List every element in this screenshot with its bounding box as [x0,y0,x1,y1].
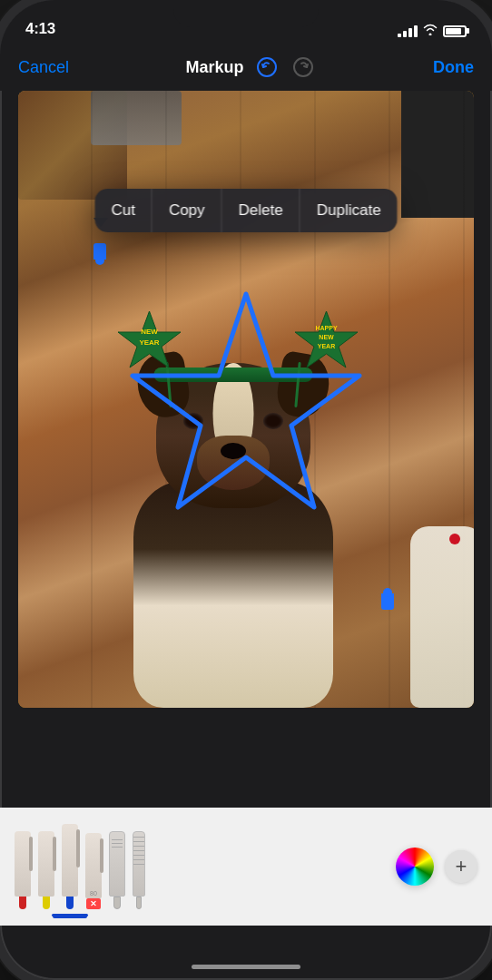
signal-bar-1 [398,34,401,37]
selection-handle-bottom[interactable] [381,593,394,610]
phone-frame: 4:13 Cancel Markup [0,0,492,980]
signal-bar-3 [408,28,412,37]
notch [173,0,319,27]
delete-menu-item[interactable]: Delete [222,189,300,232]
eraser-x-icon: ✕ [90,899,97,908]
signal-bars-icon [398,25,418,37]
eraser-tool[interactable]: 80 ✕ [85,833,102,909]
nav-title-area: Markup [186,54,317,81]
add-plus-icon: + [456,857,467,877]
measure-tool[interactable] [133,831,145,909]
toolbar: 80 ✕ [0,808,492,926]
signal-bar-2 [403,31,407,37]
nav-title: Markup [186,58,244,77]
cancel-button[interactable]: Cancel [18,58,69,77]
undo-button[interactable] [253,54,280,81]
done-button[interactable]: Done [433,58,474,77]
context-menu: Cut Copy Delete Duplicate [94,189,397,232]
svg-point-1 [294,58,312,76]
home-indicator [192,965,300,969]
toolbar-right: + [396,848,477,886]
duplicate-menu-item[interactable]: Duplicate [300,189,398,232]
image-container: NEW YEAR HAPPY NEW YEAR [18,91,474,708]
red-marker-tool[interactable] [15,831,31,909]
white-dog [410,526,474,708]
toolbar-tools: 80 ✕ [15,824,145,909]
blue-marker-tool[interactable] [62,824,78,909]
signal-bar-4 [414,25,418,37]
collar-dot [449,534,460,544]
redo-button[interactable] [290,54,317,81]
selection-handle-top[interactable] [93,243,106,260]
add-tool-button[interactable]: + [445,850,477,883]
status-time: 4:13 [25,20,55,38]
eraser-number: 80 [90,890,97,897]
star-drawing [119,285,373,539]
battery-fill [446,28,461,34]
copy-menu-item[interactable]: Copy [153,189,222,232]
dog-photo: NEW YEAR HAPPY NEW YEAR [18,91,474,708]
yellow-marker-tool[interactable] [38,831,54,909]
status-icons [398,24,467,38]
wifi-icon [423,24,438,38]
svg-point-0 [258,58,276,76]
nav-bar: Cancel Markup Done [0,44,492,91]
battery-icon [443,25,467,37]
color-wheel-button[interactable] [396,848,434,886]
ruler-tool[interactable] [109,831,125,909]
menu-pointer [93,218,108,227]
